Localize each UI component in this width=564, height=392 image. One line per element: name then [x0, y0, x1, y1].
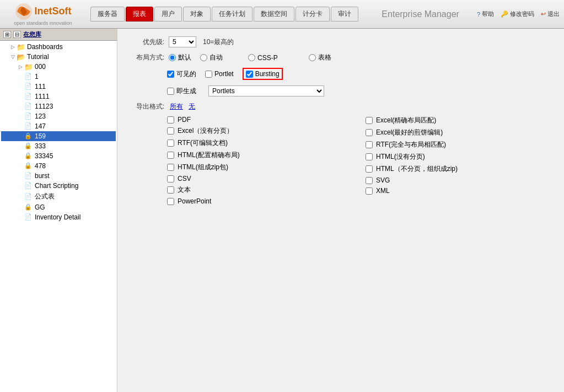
export-html-exact-label: HTML(配置精确布局) [178, 151, 240, 160]
file-icon: 📄 [24, 83, 33, 90]
sidebar-item-123[interactable]: 📄 123 [1, 111, 116, 121]
expand-icon: ▽ [9, 53, 17, 61]
item-label: 1111 [35, 93, 50, 100]
checkbox-excel-exact[interactable] [366, 117, 373, 124]
checkbox-visible[interactable]: 可见的 [167, 69, 196, 79]
file-icon: 📄 [24, 93, 33, 100]
checkbox-html-nopaging[interactable] [366, 153, 373, 160]
sidebar-item-burst[interactable]: 📄 burst [1, 171, 116, 181]
item-label: Tutorial [27, 53, 49, 61]
checkbox-portlet[interactable]: Portlet [205, 70, 234, 78]
radio-default[interactable]: 默认 [169, 53, 191, 62]
expand-all-icon[interactable]: ⊞ [3, 31, 11, 38]
sidebar-item-1111[interactable]: 📄 1111 [1, 92, 116, 101]
file-icon: 📄 [24, 182, 33, 190]
sidebar-item-1[interactable]: 📄 1 [1, 72, 116, 82]
collapse-all-icon[interactable]: ⊟ [13, 31, 21, 38]
export-rtf-full: RTF(完全与布局相匹配) [366, 140, 553, 149]
checkbox-csv[interactable] [167, 175, 174, 182]
expand-icon: ▷ [17, 63, 24, 71]
priority-label: 优先级: [128, 37, 164, 47]
checkbox-bursting[interactable]: Bursting [243, 68, 283, 80]
sidebar-item-gg[interactable]: 🔒 GG [1, 202, 116, 212]
export-html-nopaging: HTML(没有分页) [366, 152, 553, 162]
sidebar-item-tutorial[interactable]: ▽ 📂 Tutorial [1, 52, 116, 62]
tab-task[interactable]: 任务计划 [212, 7, 253, 22]
file-icon: 📄 [24, 213, 33, 221]
checkbox-html-nozip[interactable] [366, 165, 373, 173]
export-text-label: 文本 [178, 185, 191, 195]
change-password-link[interactable]: 🔑 修改密码 [501, 10, 534, 18]
export-grid: PDF Excel（没有分页） RTF(可编辑文档) HTML(配置精确布局) [167, 116, 553, 205]
item-label: 1 [35, 73, 39, 80]
file-icon: 🔒 [24, 142, 33, 150]
radio-auto[interactable]: 自动 [200, 53, 223, 62]
item-label: Dashboards [27, 43, 63, 51]
file-icon: 🔒 [24, 152, 33, 160]
priority-select[interactable]: 5 1234 678910 [169, 36, 196, 47]
radio-table[interactable]: 表格 [309, 53, 331, 62]
logo-sub: open standards innovation [14, 20, 72, 26]
checkbox-rtf-editable[interactable] [167, 139, 174, 147]
checkbox-pdf[interactable] [167, 116, 174, 123]
export-left-col: PDF Excel（没有分页） RTF(可编辑文档) HTML(配置精确布局) [167, 116, 354, 205]
sidebar-item-111[interactable]: 📄 111 [1, 82, 116, 92]
export-rtf-full-label: RTF(完全与布局相匹配) [376, 140, 446, 149]
tab-dataspace[interactable]: 数据空间 [254, 7, 294, 22]
help-link[interactable]: ? 帮助 [477, 10, 494, 18]
sidebar-item-dashboards[interactable]: ▷ 📁 Dashboards [1, 42, 116, 52]
logo-icon [15, 3, 33, 20]
sidebar-item-11123[interactable]: 📄 11123 [1, 101, 116, 111]
export-all-link[interactable]: 所有 [170, 102, 183, 111]
export-pdf: PDF [167, 116, 354, 123]
checkbox-xml[interactable] [366, 187, 373, 195]
item-label: 11123 [35, 103, 53, 110]
sidebar-item-333[interactable]: 🔒 333 [1, 141, 116, 151]
item-label: 478 [35, 162, 46, 170]
tab-audit[interactable]: 审计 [331, 7, 358, 22]
file-icon: 📄 [24, 103, 33, 110]
radio-cssp[interactable]: CSS-P [248, 54, 278, 62]
checkbox-rtf-full[interactable] [366, 141, 373, 148]
portlets-dropdown[interactable]: Portlets [208, 85, 324, 96]
logout-link[interactable]: ↩ 退出 [541, 10, 560, 18]
checkbox-text[interactable] [167, 186, 174, 194]
checkbox-excel-best[interactable] [366, 129, 373, 136]
tab-scorecard[interactable]: 计分卡 [296, 7, 330, 22]
folder-icon: 📁 [24, 63, 33, 71]
sidebar-item-chart-scripting[interactable]: 📄 Chart Scripting [1, 181, 116, 191]
export-svg-label: SVG [376, 176, 390, 184]
sidebar-item-000[interactable]: ▷ 📁 000 [1, 62, 116, 72]
checkbox-excel-nopaging[interactable] [167, 127, 174, 135]
export-svg: SVG [366, 176, 553, 184]
file-icon: 🔒 [24, 203, 33, 211]
spacer [17, 162, 24, 170]
checkbox-svg[interactable] [366, 177, 373, 184]
sidebar-item-inventory[interactable]: 📄 Inventory Detail [1, 212, 116, 222]
checkbox-powerpoint[interactable] [167, 198, 174, 205]
item-label: GG [35, 203, 45, 211]
sidebar-item-478[interactable]: 🔒 478 [1, 161, 116, 171]
sidebar-title: 在您库 [23, 30, 41, 39]
sidebar-item-159[interactable]: 🔒 159 [1, 131, 116, 141]
sidebar-item-33345[interactable]: 🔒 33345 [1, 151, 116, 161]
export-xml-label: XML [376, 187, 390, 195]
tab-user[interactable]: 用户 [154, 7, 182, 22]
sidebar-item-147[interactable]: 📄 147 [1, 121, 116, 131]
checkbox-html-exact[interactable] [167, 152, 174, 159]
tab-server[interactable]: 服务器 [90, 7, 125, 22]
tab-report[interactable]: 报表 [126, 7, 153, 22]
sidebar-item-gongshubiao[interactable]: 📄 公式表 [1, 191, 116, 202]
nav-tabs: 服务器 报表 用户 对象 任务计划 数据空间 计分卡 审计 [90, 7, 382, 22]
export-excel-best: Excel(最好的煎饼编辑) [366, 128, 553, 137]
export-none-link[interactable]: 无 [189, 102, 195, 111]
export-rtf-editable-label: RTF(可编辑文档) [178, 138, 228, 148]
export-text: 文本 [167, 185, 354, 195]
export-csv-label: CSV [178, 175, 191, 182]
checkbox-html-zip[interactable] [167, 164, 174, 171]
spacer [17, 112, 24, 120]
tab-object[interactable]: 对象 [183, 7, 211, 22]
checkbox-generate[interactable]: 即生成 [167, 87, 196, 96]
expand-icon: ▷ [9, 43, 17, 51]
spacer [17, 83, 24, 90]
